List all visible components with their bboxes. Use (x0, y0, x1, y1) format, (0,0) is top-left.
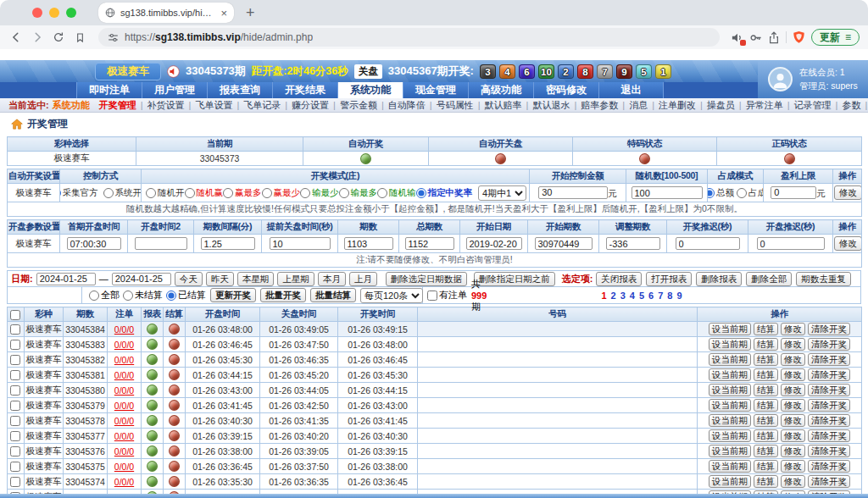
modify-button[interactable]: 修改 (781, 445, 805, 457)
nav-item[interactable]: 现金管理 (403, 82, 468, 98)
row-checkbox[interactable] (10, 477, 20, 487)
clear-draw-button[interactable]: 清除开奖 (808, 338, 850, 351)
settle-status-dot[interactable] (169, 324, 180, 335)
modify-button[interactable]: 修改 (781, 414, 805, 427)
report-status-dot[interactable] (147, 354, 158, 365)
bets-link[interactable]: 0/0/0 (114, 462, 134, 472)
set-current-period-button[interactable]: 设当前期 (709, 384, 751, 396)
page-link[interactable]: 4 (630, 290, 635, 301)
page-link[interactable]: 7 (658, 290, 663, 301)
report-action-button[interactable]: 删除报表 (696, 272, 742, 286)
subnav-item[interactable]: 在线 (860, 99, 868, 112)
update-browser-button[interactable]: 更新 ≡ (811, 29, 860, 46)
subnav-item[interactable]: 自动降倍 (377, 99, 426, 112)
subnav-item[interactable]: 警示金额 (329, 99, 377, 112)
date-quick-button[interactable]: 今天 (175, 272, 203, 286)
set-current-period-button[interactable]: 设当前期 (709, 414, 751, 427)
bets-link[interactable]: 0/0/0 (114, 324, 134, 335)
modify-button[interactable]: 修改 (781, 384, 805, 396)
report-action-button[interactable]: 打开报表 (646, 272, 692, 286)
settle-status-dot[interactable] (169, 339, 180, 350)
subnav-item[interactable]: 异常注单 (735, 99, 783, 112)
bets-link[interactable]: 0/0/0 (114, 446, 134, 456)
batch-action-button[interactable]: 批量结算 (310, 288, 356, 302)
modify-button[interactable]: 修改 (781, 323, 805, 335)
clear-draw-button[interactable]: 清除开奖 (808, 368, 850, 381)
date-quick-button[interactable]: 昨天 (206, 272, 234, 286)
random-number-input[interactable] (632, 186, 703, 199)
batch-action-button[interactable]: 更新开奖 (210, 288, 256, 302)
brave-shield-icon[interactable] (793, 30, 805, 44)
set-current-period-button[interactable]: 设当前期 (709, 429, 751, 442)
subnav-item[interactable]: 操盘员 (696, 99, 735, 112)
bookmark-icon[interactable] (72, 32, 87, 43)
nav-item[interactable]: 密码修改 (533, 82, 598, 98)
tab-close-icon[interactable]: × (220, 8, 227, 19)
bets-link[interactable]: 0/0/0 (114, 477, 134, 487)
settle-button[interactable]: 结算 (754, 353, 778, 366)
set-current-period-button[interactable]: 设当前期 (709, 368, 751, 381)
draw-mode-radio[interactable]: 随机赢 (185, 187, 224, 199)
normal-status-dot[interactable] (784, 153, 795, 164)
page-link[interactable]: 5 (639, 290, 644, 301)
control-amount-input[interactable] (538, 186, 608, 199)
auto-draw-status-dot[interactable] (360, 153, 371, 164)
row-checkbox[interactable] (10, 385, 20, 396)
row-checkbox[interactable] (10, 401, 20, 411)
modify-button[interactable]: 修改 (781, 475, 805, 488)
clear-draw-button[interactable]: 清除开奖 (808, 414, 850, 427)
page-link[interactable]: 2 (611, 290, 616, 301)
bets-link[interactable]: 0/0/0 (114, 401, 134, 411)
minimize-window-button[interactable] (49, 8, 59, 18)
report-status-dot[interactable] (147, 369, 158, 380)
adjust-periods-input[interactable] (606, 237, 660, 250)
share-mode-radio[interactable]: 总额 (708, 187, 735, 199)
modify-button[interactable]: 修改 (781, 353, 805, 366)
set-current-period-button[interactable]: 设当前期 (709, 445, 751, 457)
bets-link[interactable]: 0/0/0 (114, 385, 134, 396)
settle-button[interactable]: 结算 (754, 368, 778, 381)
set-current-period-button[interactable]: 设当前期 (709, 338, 751, 351)
set-current-period-button[interactable]: 设当前期 (709, 475, 751, 488)
nav-item[interactable]: 用户管理 (142, 82, 207, 98)
tab-audio-icon[interactable] (731, 31, 743, 44)
site-settings-icon[interactable] (108, 32, 119, 43)
period-count-input[interactable] (344, 237, 393, 250)
set-current-period-button[interactable]: 设当前期 (709, 353, 751, 366)
settle-status-dot[interactable] (169, 476, 180, 487)
subnav-item[interactable]: 注单删改 (648, 99, 696, 112)
row-checkbox[interactable] (10, 370, 20, 380)
settle-status-dot[interactable] (169, 385, 180, 396)
profit-limit-input[interactable] (771, 186, 816, 199)
row-checkbox[interactable] (10, 416, 20, 426)
modify-button[interactable]: 修改 (781, 338, 805, 351)
subnav-item[interactable]: 默认赔率 (474, 99, 522, 112)
settle-status-dot[interactable] (169, 430, 180, 441)
draw-mode-radio[interactable]: 输最多 (339, 187, 378, 199)
modify-auto-settings-button[interactable]: 修改 (834, 185, 862, 200)
date-to-input[interactable] (112, 273, 171, 285)
batch-action-button[interactable]: 批量开奖 (260, 288, 306, 302)
control-mode-radio[interactable]: 系统开奖 (103, 187, 142, 199)
close-window-button[interactable] (32, 8, 42, 18)
draw-mode-radio[interactable]: 赢最少 (262, 187, 301, 199)
settle-button[interactable]: 结算 (754, 414, 778, 427)
settle-button[interactable]: 结算 (754, 338, 778, 351)
first-open-time-input[interactable] (67, 237, 121, 250)
clear-draw-button[interactable]: 清除开奖 (808, 445, 850, 457)
row-checkbox[interactable] (10, 324, 20, 335)
settle-status-dot[interactable] (169, 369, 180, 380)
total-periods-input[interactable] (405, 237, 454, 250)
subnav-item[interactable]: 默认退水 (522, 99, 570, 112)
row-checkbox[interactable] (10, 355, 20, 365)
set-current-period-button[interactable]: 设当前期 (709, 399, 751, 412)
bets-link[interactable]: 0/0/0 (114, 370, 134, 380)
subnav-item[interactable]: 补货设置 (136, 99, 185, 112)
settle-status-radio[interactable]: 全部 (89, 289, 120, 302)
report-status-dot[interactable] (147, 461, 158, 472)
report-status-dot[interactable] (147, 415, 158, 426)
share-mode-radio[interactable]: 占成 (737, 187, 764, 199)
draw-delay-input[interactable] (676, 237, 740, 250)
set-current-period-button[interactable]: 设当前期 (709, 323, 751, 335)
settle-button[interactable]: 结算 (754, 445, 778, 457)
